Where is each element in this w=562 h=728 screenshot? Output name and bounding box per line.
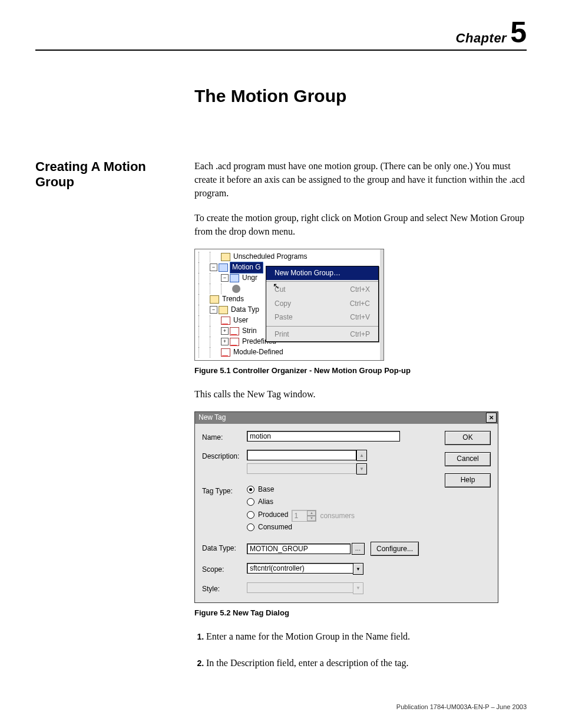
close-button[interactable]: ✕ xyxy=(486,413,497,423)
intro-paragraph-3: This calls the New Tag window. xyxy=(194,387,527,401)
intro-paragraph-2: To create the motion group, right click … xyxy=(194,211,527,238)
step-2: In the Description field, enter a descri… xyxy=(206,656,527,670)
tree-item-data-types[interactable]: Data Typ xyxy=(230,305,260,315)
tag-icon xyxy=(230,338,239,346)
collapse-icon[interactable]: − xyxy=(221,274,229,282)
folder-icon xyxy=(221,253,230,261)
consumers-label: consumers xyxy=(320,511,355,521)
tree-item-strings[interactable]: Strin xyxy=(241,326,258,336)
radio-icon xyxy=(247,498,254,506)
folder-icon xyxy=(210,295,219,304)
dropdown-icon: ▼ xyxy=(353,582,363,594)
tag-icon xyxy=(221,348,230,357)
browse-button[interactable]: … xyxy=(352,543,365,555)
page-footer: Publication 1784-UM003A-EN-P – June 2003 xyxy=(396,703,527,710)
label-description: Description: xyxy=(202,450,247,462)
menu-cut[interactable]: CutCtrl+X xyxy=(266,283,378,297)
intro-paragraph-1: Each .acd program must have one motion g… xyxy=(194,159,527,200)
folder-icon xyxy=(219,306,228,314)
style-field xyxy=(247,582,353,593)
radio-icon xyxy=(247,523,254,531)
radio-icon xyxy=(247,511,254,519)
radio-icon xyxy=(247,486,254,493)
help-button[interactable]: Help xyxy=(445,473,491,487)
folder-icon xyxy=(219,263,228,272)
label-data-type: Data Type: xyxy=(202,542,247,554)
ok-button[interactable]: OK xyxy=(445,431,491,445)
label-scope: Scope: xyxy=(202,563,247,575)
dialog-titlebar: New Tag ✕ xyxy=(195,412,498,424)
figure-5-1-caption: Figure 5.1 Controller Organizer - New Mo… xyxy=(194,365,527,377)
description-field[interactable] xyxy=(247,450,356,460)
data-type-field[interactable] xyxy=(247,543,351,554)
tree-item-unscheduled[interactable]: Unscheduled Programs xyxy=(232,252,308,262)
main-column: Each .acd program must have one motion g… xyxy=(194,159,527,683)
menu-new-motion-group[interactable]: New Motion Group… xyxy=(266,266,378,280)
label-tag-type: Tag Type: xyxy=(202,485,247,496)
context-menu: New Motion Group… CutCtrl+X CopyCtrl+C P… xyxy=(266,266,379,342)
axis-icon xyxy=(232,285,240,293)
figure-5-2: New Tag ✕ Name: Description: xyxy=(194,411,527,603)
scroll-down-icon[interactable]: ▼ xyxy=(356,463,367,475)
name-field[interactable] xyxy=(247,431,400,442)
radio-consumed[interactable]: Consumed xyxy=(247,522,355,532)
tag-icon xyxy=(230,327,239,335)
configure-button[interactable]: Configure... xyxy=(371,542,419,556)
expand-icon[interactable]: + xyxy=(221,327,229,335)
tree-scrollbar[interactable] xyxy=(380,249,384,360)
figure-5-2-caption: Figure 5.2 New Tag Dialog xyxy=(194,608,527,619)
expand-icon[interactable]: + xyxy=(221,338,229,345)
menu-print[interactable]: PrintCtrl+P xyxy=(266,328,378,341)
chapter-word: Chapter xyxy=(456,31,507,45)
spin-down-icon: ▼ xyxy=(307,516,316,521)
folder-icon xyxy=(230,274,239,282)
menu-separator xyxy=(266,326,378,327)
collapse-icon[interactable]: − xyxy=(210,263,217,271)
radio-base[interactable]: Base xyxy=(247,485,355,495)
step-1: Enter a name for the Motion Group in the… xyxy=(206,630,527,643)
collapse-icon[interactable]: − xyxy=(210,306,217,314)
tree-item-ungrouped[interactable]: Ungr xyxy=(241,273,259,283)
chapter-rule xyxy=(35,50,527,51)
label-style: Style: xyxy=(202,582,247,594)
chapter-title: The Motion Group xyxy=(194,86,527,106)
dialog-title: New Tag xyxy=(199,413,226,423)
spin-up-icon: ▲ xyxy=(307,510,316,516)
consumers-stepper: 1▲▼ xyxy=(292,510,316,522)
tree-item-user[interactable]: User xyxy=(232,315,249,325)
scroll-up-icon[interactable]: ▲ xyxy=(356,450,367,461)
figure-5-1: Unscheduled Programs −Motion G −Ungr Tre… xyxy=(194,249,527,361)
chapter-number: 5 xyxy=(510,16,527,49)
menu-separator xyxy=(266,281,378,282)
label-name: Name: xyxy=(202,431,247,443)
tree-item-motion-group[interactable]: Motion G xyxy=(230,262,263,273)
menu-paste[interactable]: PasteCtrl+V xyxy=(266,311,378,324)
radio-alias[interactable]: Alias xyxy=(247,497,355,507)
dropdown-icon[interactable]: ▼ xyxy=(353,563,363,575)
scope-field[interactable] xyxy=(247,563,353,574)
chapter-label: Chapter5 xyxy=(35,18,527,47)
radio-produced[interactable]: Produced xyxy=(247,510,288,520)
cancel-button[interactable]: Cancel xyxy=(445,452,491,466)
tree-item-trends[interactable]: Trends xyxy=(221,294,245,304)
menu-copy[interactable]: CopyCtrl+C xyxy=(266,297,378,311)
section-heading: Creating A Motion Group xyxy=(35,159,177,190)
tree-item-module-defined[interactable]: Module-Defined xyxy=(232,347,285,357)
tag-icon xyxy=(221,317,230,325)
